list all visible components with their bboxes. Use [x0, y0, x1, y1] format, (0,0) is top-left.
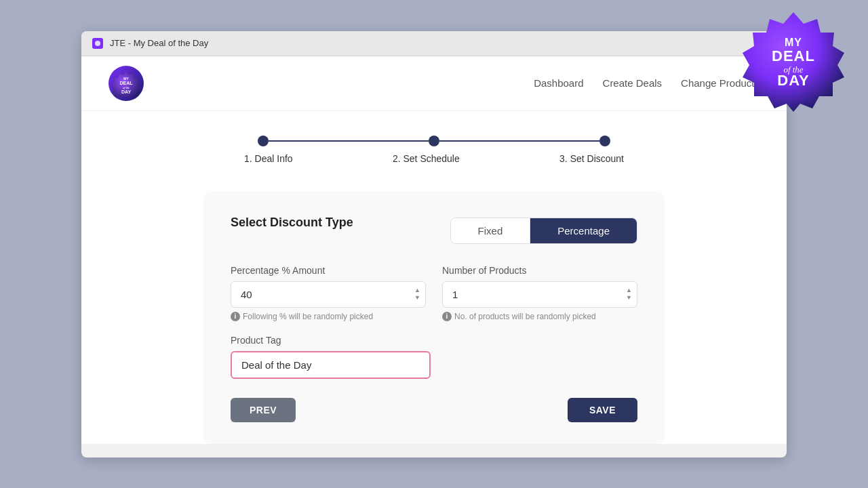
prev-button[interactable]: PREV	[231, 398, 296, 422]
stepper	[258, 136, 610, 146]
products-spinner-wrapper: ▲ ▼	[442, 281, 637, 308]
step-label-3: 3. Set Discount	[559, 153, 624, 164]
products-hint-icon: i	[442, 312, 452, 321]
deal-badge: MY DEAL of the DAY	[739, 7, 848, 115]
number-of-products-group: Number of Products ▲ ▼ i No. of products…	[442, 265, 637, 321]
form-card: Select Discount Type Fixed Percentage Pe…	[203, 191, 665, 444]
discount-type-row: Select Discount Type Fixed Percentage	[231, 216, 637, 246]
svg-text:DAY: DAY	[121, 89, 131, 94]
step-labels: 1. Deal Info 2. Set Schedule 3. Set Disc…	[258, 153, 610, 164]
percentage-spinner-wrapper: ▲ ▼	[231, 281, 426, 308]
number-of-products-input[interactable]	[442, 281, 637, 308]
svg-text:MY: MY	[785, 37, 802, 48]
products-spinner-arrows[interactable]: ▲ ▼	[626, 287, 632, 301]
form-actions: PREV SAVE	[231, 398, 637, 422]
percentage-arrow-down[interactable]: ▼	[414, 295, 420, 301]
step-line-2	[439, 140, 599, 142]
percentage-hint: i Following % will be randomly picked	[231, 312, 426, 321]
products-arrow-up[interactable]: ▲	[626, 287, 632, 293]
step-label-1: 1. Deal Info	[244, 153, 293, 164]
step-dot-1	[258, 136, 269, 146]
svg-point-5	[95, 41, 100, 46]
number-of-products-label: Number of Products	[442, 265, 637, 276]
form-title: Select Discount Type	[231, 216, 353, 230]
percentage-hint-icon: i	[231, 312, 240, 321]
fixed-toggle-btn[interactable]: Fixed	[451, 218, 531, 243]
nav-dashboard[interactable]: Dashboard	[534, 77, 583, 89]
step-label-2: 2. Set Schedule	[393, 153, 460, 164]
browser-tab-title: JTE - My Deal of the Day	[110, 38, 208, 48]
svg-text:DAY: DAY	[777, 72, 809, 89]
step-dot-2	[429, 136, 439, 146]
nav-create-deals[interactable]: Create Deals	[603, 77, 663, 89]
browser-favicon	[92, 38, 103, 49]
save-button[interactable]: SAVE	[568, 398, 637, 422]
app-header: MY DEAL of the DAY Dashboard Create Deal…	[81, 56, 787, 111]
percentage-hint-text: Following % will be randomly picked	[243, 312, 373, 321]
products-hint: i No. of products will be randomly picke…	[442, 312, 637, 321]
percentage-amount-label: Percentage % Amount	[231, 265, 426, 276]
step-line-1	[269, 140, 429, 142]
percentage-toggle-btn[interactable]: Percentage	[530, 218, 637, 243]
svg-text:DEAL: DEAL	[119, 81, 133, 85]
browser-toolbar: JTE - My Deal of the Day	[81, 31, 787, 56]
percentage-arrow-up[interactable]: ▲	[414, 287, 420, 293]
svg-text:DEAL: DEAL	[772, 47, 815, 64]
stepper-container: 1. Deal Info 2. Set Schedule 3. Set Disc…	[81, 111, 787, 178]
percentage-amount-group: Percentage % Amount ▲ ▼ i Following % wi…	[231, 265, 426, 321]
discount-type-toggle: Fixed Percentage	[450, 218, 637, 244]
products-hint-text: No. of products will be randomly picked	[454, 312, 596, 321]
nav-links: Dashboard Create Deals Change Products	[534, 77, 760, 89]
percentage-amount-input[interactable]	[231, 281, 426, 308]
step-dot-3	[599, 136, 610, 146]
app-content: MY DEAL of the DAY Dashboard Create Deal…	[81, 56, 787, 444]
fields-row: Percentage % Amount ▲ ▼ i Following % wi…	[231, 265, 637, 321]
app-logo: MY DEAL of the DAY	[108, 66, 144, 101]
product-tag-group: Product Tag	[231, 335, 637, 379]
browser-window: JTE - My Deal of the Day MY DEAL of the	[81, 31, 787, 458]
product-tag-input[interactable]	[231, 351, 431, 379]
product-tag-label: Product Tag	[231, 335, 637, 346]
percentage-spinner-arrows[interactable]: ▲ ▼	[414, 287, 420, 301]
products-arrow-down[interactable]: ▼	[626, 295, 632, 301]
